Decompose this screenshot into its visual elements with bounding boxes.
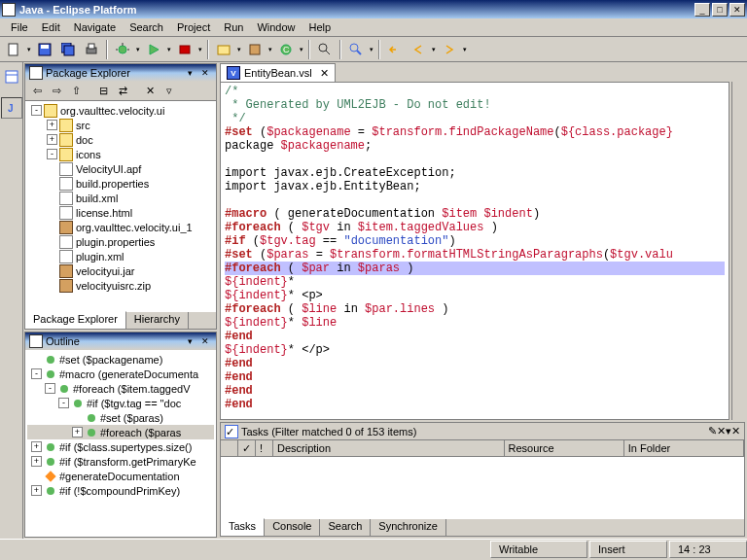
tab-synchronize[interactable]: Synchronize	[371, 519, 446, 536]
up-nav-button[interactable]: ⇧	[67, 83, 85, 100]
status-bar: Writable Insert 14 : 23	[0, 539, 747, 558]
outline-item[interactable]: +#if ($class.supertypes.size()	[27, 439, 214, 454]
tab-package-explorer[interactable]: Package Explorer	[25, 311, 126, 329]
back-button[interactable]	[408, 39, 429, 60]
svg-rect-6	[89, 44, 94, 49]
java-perspective-button[interactable]: J	[1, 97, 22, 119]
tasks-icon: ✓	[225, 425, 238, 438]
menu-help[interactable]: Help	[302, 19, 338, 35]
open-perspective-button[interactable]	[1, 66, 22, 88]
editor-tab-close-button[interactable]: ✕	[320, 67, 329, 80]
package-explorer-toolbar: ⇦ ⇨ ⇧ ⊟ ⇄ ✕ ▿	[25, 82, 216, 101]
tab-search[interactable]: Search	[320, 519, 371, 536]
link-editor-button[interactable]: ⇄	[114, 83, 131, 100]
col-done[interactable]: ✓	[238, 440, 256, 456]
last-edit-button[interactable]	[384, 39, 406, 60]
filter-button[interactable]: ✕	[141, 83, 159, 100]
col-icon[interactable]	[221, 440, 238, 456]
svg-text:J: J	[8, 103, 14, 114]
run-button[interactable]	[143, 39, 164, 60]
outline-item[interactable]: #set ($paras)	[27, 410, 214, 425]
outline-item[interactable]: #generateDocumentation	[27, 469, 214, 483]
new-project-button[interactable]	[213, 39, 234, 60]
code-editor[interactable]: /* * Generated by UML2EJB - Do not edit!…	[220, 82, 729, 420]
col-description[interactable]: Description	[273, 440, 505, 456]
tasks-close-button[interactable]: ✕	[731, 425, 740, 438]
save-all-button[interactable]	[57, 39, 79, 60]
outline-item[interactable]: -#foreach ($item.taggedV	[27, 381, 214, 396]
tree-item[interactable]: velocityui.jar	[27, 263, 214, 278]
view-menu-button[interactable]: ▾	[183, 66, 196, 80]
save-button[interactable]	[34, 39, 55, 60]
new-button[interactable]	[3, 39, 24, 60]
menu-file[interactable]: File	[4, 19, 35, 35]
tree-item[interactable]: VelocityUI.apf	[27, 161, 214, 176]
outline-item[interactable]: -#macro (generateDocumenta	[27, 367, 214, 381]
run-dropdown[interactable]: ▾	[165, 39, 173, 60]
overview-ruler[interactable]	[731, 82, 745, 420]
tree-item[interactable]: velocityuisrc.zip	[27, 278, 214, 293]
tasks-columns: ✓ ! Description Resource In Folder	[221, 440, 744, 457]
new-package-button[interactable]	[244, 39, 266, 60]
col-resource[interactable]: Resource	[505, 440, 624, 456]
tab-hierarchy[interactable]: Hierarchy	[126, 312, 189, 329]
tree-item[interactable]: -icons	[27, 147, 214, 161]
close-button[interactable]: ✕	[729, 3, 745, 17]
outline-item[interactable]: +#foreach ($paras	[27, 425, 214, 439]
outline-header: Outline ▾ ✕	[25, 332, 216, 350]
svg-rect-2	[41, 45, 49, 49]
svg-rect-0	[9, 44, 18, 55]
col-folder[interactable]: In Folder	[624, 440, 744, 456]
left-column: Package Explorer ▾ ✕ ⇦ ⇨ ⇧ ⊟ ⇄ ✕ ▿ -org.…	[23, 62, 218, 539]
tab-tasks[interactable]: Tasks	[221, 518, 265, 536]
collapse-all-button[interactable]: ⊟	[94, 83, 112, 100]
forward-nav-button[interactable]: ⇨	[48, 83, 65, 100]
tasks-delete-button[interactable]: ✕	[717, 425, 726, 438]
forward-button[interactable]	[439, 39, 460, 60]
tree-item[interactable]: org.vaulttec.velocity.ui_1	[27, 220, 214, 234]
menu-search[interactable]: Search	[123, 19, 170, 35]
tasks-body[interactable]	[221, 457, 744, 518]
run-ext-dropdown[interactable]: ▾	[196, 39, 204, 60]
open-type-button[interactable]	[314, 39, 336, 60]
outline-item[interactable]: +#if ($transform.getPrimaryKe	[27, 454, 214, 469]
tree-item[interactable]: +src	[27, 118, 214, 132]
tab-console[interactable]: Console	[265, 519, 320, 536]
debug-button[interactable]	[112, 39, 133, 60]
new-class-button[interactable]: C	[275, 39, 297, 60]
outline-item[interactable]: #set ($packagename)	[27, 352, 214, 367]
menu-window[interactable]: Window	[250, 19, 302, 35]
debug-dropdown[interactable]: ▾	[134, 39, 142, 60]
outline-item[interactable]: -#if ($tgv.tag == "doc	[27, 396, 214, 410]
maximize-button[interactable]: □	[712, 3, 728, 17]
tree-item[interactable]: plugin.properties	[27, 234, 214, 249]
outline-item[interactable]: +#if (!$compoundPrimKey)	[27, 483, 214, 498]
tree-item[interactable]: license.html	[27, 205, 214, 220]
tree-item[interactable]: -org.vaulttec.velocity.ui	[27, 103, 214, 118]
search-button[interactable]	[345, 39, 367, 60]
outline-menu-button[interactable]: ▾	[183, 334, 196, 348]
package-explorer-body[interactable]: -org.vaulttec.velocity.ui+src+doc-iconsV…	[25, 101, 216, 311]
new-dropdown[interactable]: ▾	[25, 39, 33, 60]
menu-edit[interactable]: Edit	[35, 19, 67, 35]
working-set-button[interactable]: ▿	[160, 83, 178, 100]
menu-navigate[interactable]: Navigate	[67, 19, 123, 35]
tasks-new-button[interactable]: ✎	[708, 425, 717, 438]
print-button[interactable]	[81, 39, 102, 60]
tree-item[interactable]: +doc	[27, 132, 214, 147]
tree-item[interactable]: build.xml	[27, 191, 214, 205]
tree-item[interactable]: build.properties	[27, 176, 214, 191]
back-nav-button[interactable]: ⇦	[28, 83, 46, 100]
menu-run[interactable]: Run	[217, 19, 250, 35]
outline-body[interactable]: #set ($packagename)-#macro (generateDocu…	[25, 350, 216, 537]
minimize-button[interactable]: _	[694, 3, 710, 17]
run-ext-button[interactable]	[174, 39, 196, 60]
editor-tab-entitybean[interactable]: V EntityBean.vsl ✕	[220, 63, 336, 82]
menu-project[interactable]: Project	[170, 19, 217, 35]
outline-close-button[interactable]: ✕	[198, 334, 212, 348]
outline-icon	[29, 334, 43, 348]
perspective-bar: J	[0, 62, 23, 539]
tree-item[interactable]: plugin.xml	[27, 249, 214, 263]
view-close-button[interactable]: ✕	[198, 66, 212, 80]
col-priority[interactable]: !	[256, 440, 273, 456]
